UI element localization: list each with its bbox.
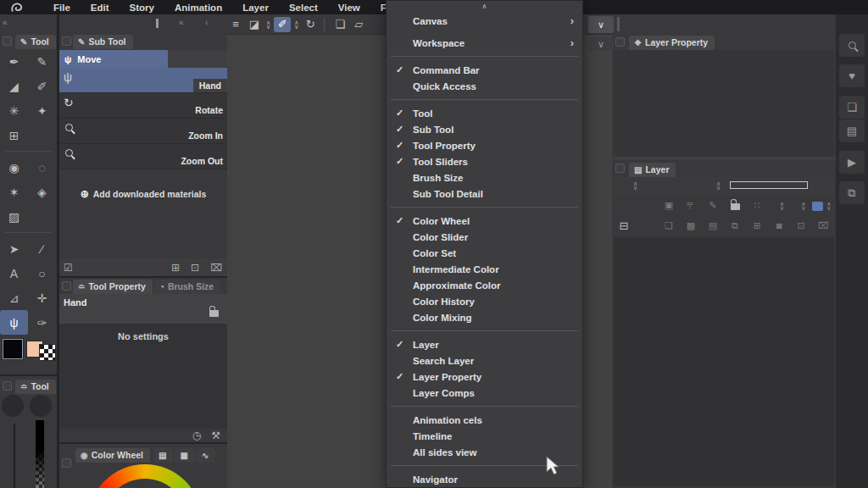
menu-icon[interactable]: ≡ (227, 17, 244, 32)
clip-icon[interactable]: 〒 (680, 200, 702, 213)
layer-color-chip[interactable] (812, 202, 823, 211)
menubar-item-edit[interactable]: Edit (83, 2, 117, 14)
subtool-item-hand[interactable]: ψHand (59, 68, 227, 93)
airbrush-tool[interactable]: ✳ (0, 98, 28, 123)
tab-tool-property[interactable]: ≏Tool Property (73, 280, 153, 294)
new-layer-icon[interactable]: ❏ (658, 220, 680, 231)
fill-tool[interactable]: ◈ (28, 180, 56, 204)
menu-item-brush-size[interactable]: Brush Size (387, 169, 582, 186)
slider-knob[interactable] (2, 395, 24, 417)
tab-brush-size[interactable]: ◔Brush Size (154, 280, 220, 294)
show-all-subtools-icon[interactable]: ☑ (64, 262, 73, 274)
panel-menu-icon[interactable] (3, 36, 12, 46)
tab-color-set[interactable]: ▦ (175, 448, 194, 463)
menu-item-tool[interactable]: ✓Tool (387, 105, 582, 121)
apply-mask-icon[interactable]: ⊡ (790, 220, 812, 231)
collapse-toolbar-button[interactable]: ∨ (588, 37, 614, 51)
collapse-column-icon[interactable]: ‹ (205, 18, 208, 27)
tab-layer-property[interactable]: ❖ Layer Property (629, 36, 715, 50)
liquify-tool[interactable]: ◌ (28, 155, 56, 180)
menu-item-search-layer[interactable]: Search Layer (387, 352, 582, 369)
layer-mask-icon[interactable]: ◙ (768, 220, 790, 231)
menubar-item-story[interactable]: Story (122, 2, 162, 14)
restore-defaults-icon[interactable]: ◷ (192, 430, 201, 441)
eyedropper-tool[interactable]: ✑ (28, 310, 56, 335)
opacity-slider[interactable] (14, 424, 15, 488)
collapse-panel-icon[interactable]: « (179, 18, 184, 27)
navigator-button[interactable] (839, 34, 865, 57)
add-subtool-icon[interactable]: ⊞ (171, 262, 180, 274)
subtool-group-row[interactable]: ψ Move (59, 50, 227, 68)
subtool-item-rotate[interactable]: ↻Rotate (59, 93, 227, 119)
toolbar-drag-handle[interactable] (617, 17, 620, 31)
brush-tool[interactable]: ✐ (28, 74, 56, 98)
subtool-item-zoom-in[interactable]: Zoom In (59, 119, 227, 144)
new-layer2-icon[interactable]: ▩ (680, 220, 702, 231)
filter-tool[interactable]: ✶ (0, 180, 28, 204)
ruler-tool[interactable]: ⊿ (0, 286, 28, 310)
panel-menu-icon[interactable] (62, 281, 71, 291)
transparency-icon[interactable]: ◪ (246, 17, 263, 32)
menu-item-layer-property[interactable]: ✓Layer Property (387, 369, 582, 385)
menu-item-color-wheel[interactable]: ✓Color Wheel (387, 213, 582, 229)
stepper-icon[interactable]: ∧∨ (292, 20, 300, 29)
decoration-tool[interactable]: ✦ (28, 98, 56, 123)
menu-item-command-bar[interactable]: ✓Command Bar (387, 62, 582, 78)
tab-tool[interactable]: ✎ Tool (15, 35, 56, 49)
material-button[interactable]: ♥ (839, 64, 865, 87)
duplicate-subtool-icon[interactable]: ⊡ (191, 262, 199, 274)
tab-tool-sliders[interactable]: ≏ Tool (15, 380, 56, 394)
collapse-panel-icon[interactable]: « (3, 18, 8, 27)
blend-mode-stepper[interactable]: ∧∨ (633, 181, 637, 190)
menu-item-layer[interactable]: ✓Layer (387, 336, 582, 352)
tab-sub-tool[interactable]: ✎ Sub Tool (73, 35, 133, 49)
tab-color-mixing[interactable]: ∿ (197, 448, 215, 463)
eraser-tool[interactable]: ◢ (0, 74, 28, 98)
menu-item-approximate-color[interactable]: Approximate Color (387, 277, 582, 293)
frame-border-tool[interactable]: ⊞ (0, 123, 28, 147)
eyedropper-icon[interactable]: ✐ (274, 17, 291, 32)
new-folder-icon[interactable]: ▤ (702, 220, 724, 231)
main-color-swatch[interactable] (3, 339, 23, 359)
layer-search-button[interactable]: ❏ (839, 96, 865, 119)
menu-item-color-history[interactable]: Color History (387, 293, 582, 309)
panel-view-icon[interactable]: ⊟ (617, 219, 631, 232)
panel-menu-icon[interactable] (615, 164, 625, 173)
gradient-tool[interactable]: ▨ (0, 204, 28, 229)
layer-comps-button[interactable]: ⧉ (839, 181, 865, 204)
operation-tool[interactable]: ➤ (0, 236, 28, 261)
pen-tool[interactable]: ✒ (0, 49, 28, 74)
text-tool[interactable]: A (0, 261, 28, 286)
menu-item-intermediate-color[interactable]: Intermediate Color (387, 261, 582, 277)
opacity-bar[interactable] (730, 181, 808, 189)
tab-color-slider[interactable]: ▤ (153, 448, 173, 463)
menu-item-animation-cels[interactable]: Animation cels (387, 412, 582, 428)
stepper-icon[interactable]: ∧∨ (801, 202, 805, 210)
menu-item-color-mixing[interactable]: Color Mixing (387, 309, 582, 325)
figure-tool[interactable]: ∕ (28, 236, 56, 261)
menu-item-sub-tool-detail[interactable]: Sub Tool Detail (387, 186, 582, 202)
panel-drag-handle[interactable] (156, 19, 159, 28)
stepper-icon[interactable]: ∧∨ (780, 202, 784, 210)
menu-item-tool-sliders[interactable]: ✓Tool Sliders (387, 153, 582, 169)
tab-color-wheel[interactable]: ◉ Color Wheel (75, 448, 150, 463)
menu-item-canvas[interactable]: Canvas› (387, 13, 582, 29)
opacity-stepper[interactable]: ∧∨ (716, 181, 721, 190)
collapse-commandbar-button[interactable]: ∨ (588, 16, 614, 33)
balloon-tool[interactable]: ○ (28, 261, 56, 286)
tab-layer[interactable]: ▤ Layer (629, 163, 676, 177)
panel-menu-icon[interactable] (615, 37, 625, 47)
panel-menu-icon[interactable] (62, 36, 71, 46)
open-file-icon[interactable]: ▱ (350, 17, 367, 32)
color-wheel[interactable] (88, 464, 202, 488)
stepper-icon[interactable]: ∧∨ (264, 20, 272, 29)
correct-line-tool[interactable]: ✛ (28, 286, 56, 310)
brush-size-slider[interactable] (36, 420, 44, 488)
delete-layer-icon[interactable]: ⌧ (812, 220, 834, 231)
menubar-item-layer[interactable]: Layer (235, 2, 276, 14)
lock-alpha-icon[interactable]: ∷ (746, 200, 768, 213)
lock-icon[interactable] (724, 200, 746, 213)
menu-item-sub-tool[interactable]: ✓Sub Tool (387, 121, 582, 137)
stepper-icon[interactable]: ∧∨ (826, 202, 831, 210)
menu-scroll-up-icon[interactable]: ∧ (387, 1, 582, 13)
